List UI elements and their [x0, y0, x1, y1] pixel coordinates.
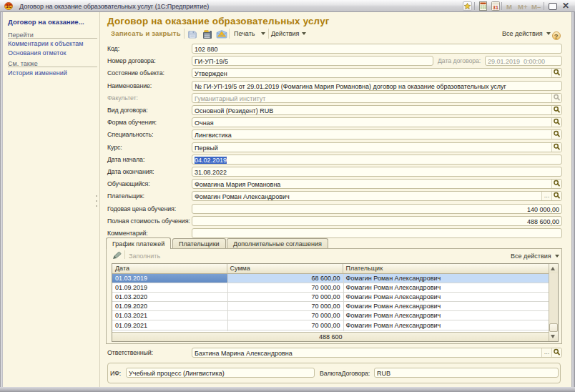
svg-text:1С: 1С	[6, 4, 12, 9]
svg-text:31: 31	[493, 5, 498, 10]
